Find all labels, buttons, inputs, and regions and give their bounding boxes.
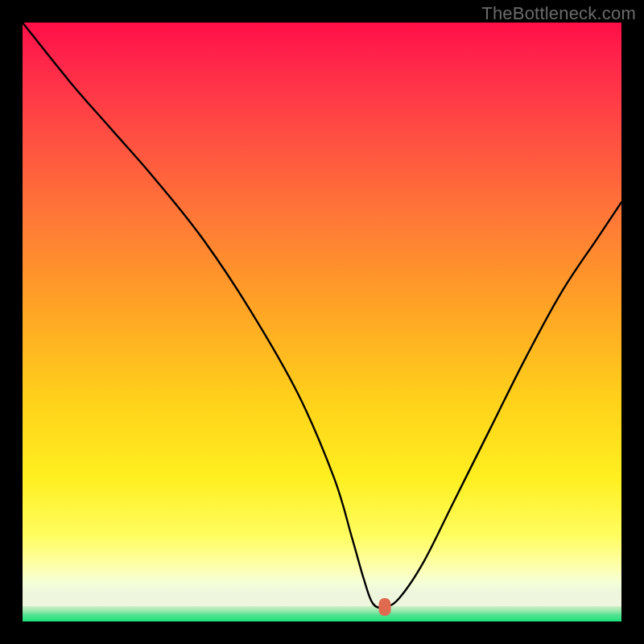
gradient-background-main [23,23,621,606]
gradient-background-bottom [23,606,621,621]
chart-frame: TheBottleneck.com [0,0,644,644]
plot-area [23,23,621,621]
watermark-text: TheBottleneck.com [481,3,636,24]
